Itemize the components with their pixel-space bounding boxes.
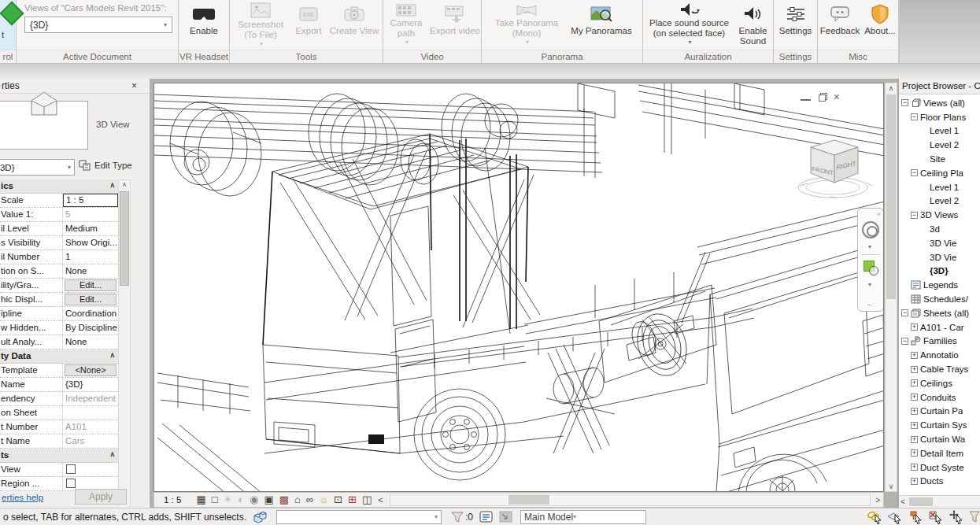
tree-item[interactable]: +Ceilings [899, 376, 980, 390]
tree-item[interactable]: −Families [899, 335, 980, 349]
tree-item[interactable]: +Curtain Pa [899, 405, 980, 419]
tree-item[interactable]: Level 1 [899, 180, 980, 194]
minimize-navbar-icon[interactable]: − [867, 301, 872, 309]
temporary-hide-isolate-icon[interactable]: ∞ [306, 493, 313, 507]
tree-item[interactable]: +Ducts [899, 475, 980, 489]
reveal-hidden-elements-icon[interactable]: ☼ [319, 493, 328, 507]
collapse-node-icon[interactable]: − [901, 338, 908, 345]
reload-latest-icon[interactable] [499, 511, 512, 523]
shadows-icon[interactable]: ◐ [238, 493, 244, 507]
enable-sound-button[interactable]: Enable Sound [734, 0, 772, 47]
collapse-icon[interactable]: ∧ [109, 179, 118, 193]
property-row[interactable]: w Hidden...By Discipline [0, 321, 118, 335]
horizontal-scrollbar[interactable] [390, 494, 871, 506]
property-value[interactable]: Independent [63, 392, 118, 405]
property-edit-button[interactable]: Edit... [65, 294, 116, 305]
visual-style-icon[interactable]: □ [212, 493, 218, 507]
property-row[interactable]: Value 1:5 [0, 208, 118, 222]
property-value[interactable]: Medium [63, 222, 118, 235]
property-section-header[interactable]: ty Data∧ [0, 349, 118, 364]
expand-control-bar-icon[interactable]: < [378, 495, 383, 505]
expand-node-icon[interactable]: + [911, 408, 918, 415]
expand-node-icon[interactable]: + [911, 449, 918, 457]
crop-region-icon[interactable]: ▩ [279, 493, 289, 507]
tree-item[interactable]: 3D Vie [899, 236, 980, 250]
tree-item[interactable]: +Conduits [899, 390, 980, 405]
tree-item[interactable]: +Duct Syste [899, 460, 980, 475]
camera-path-button[interactable]: Camera path ▾ [383, 0, 429, 47]
property-row[interactable]: ult Analy...None [0, 335, 118, 349]
property-value[interactable]: 5 [63, 208, 118, 221]
tree-item[interactable]: +Detail Item [899, 446, 980, 460]
select-underlay-toggle[interactable] [887, 510, 904, 524]
property-section-header[interactable]: ics∧ [0, 179, 118, 194]
tree-item[interactable]: −Ceiling Pla [899, 166, 980, 180]
property-value[interactable]: {3D} [63, 378, 118, 391]
property-value[interactable]: None [63, 264, 118, 278]
take-panorama-button[interactable]: Take Panorama (Mono) ▾ [487, 0, 566, 47]
tree-item[interactable]: Legends [899, 278, 980, 292]
collapse-node-icon[interactable]: − [911, 169, 918, 176]
close-icon[interactable]: × [834, 93, 840, 102]
expand-node-icon[interactable]: + [911, 394, 918, 401]
properties-help-link[interactable]: erties help [2, 493, 43, 502]
tree-item[interactable]: −Sheets (all) [899, 306, 980, 320]
expand-node-icon[interactable]: + [911, 464, 918, 471]
collapse-icon[interactable]: ∧ [109, 449, 118, 462]
view-scale-button[interactable]: 1 : 5 [164, 495, 181, 505]
property-value[interactable]: 1 : 5 [63, 194, 118, 207]
select-links-toggle[interactable] [867, 510, 883, 524]
scroll-up-icon[interactable]: ∧ [119, 181, 130, 188]
property-row[interactable]: hic Displ...Edit... [0, 293, 118, 307]
expand-node-icon[interactable]: + [911, 352, 918, 359]
restore-icon[interactable] [819, 94, 826, 102]
zoom-region-icon[interactable] [864, 261, 875, 272]
view-type-selector[interactable]: ew: {3D} ▾ [0, 159, 75, 176]
scrollbar-thumb[interactable] [909, 497, 933, 506]
property-row[interactable]: View [0, 463, 118, 477]
collapse-node-icon[interactable]: − [901, 99, 908, 106]
scrollbar-thumb[interactable] [120, 191, 129, 286]
collapse-node-icon[interactable]: − [911, 212, 918, 219]
property-row[interactable]: Template<None> [0, 364, 118, 378]
create-view-button[interactable]: Create View [327, 0, 382, 47]
tree-item[interactable]: Level 2 [899, 138, 980, 152]
property-row[interactable]: Name{3D} [0, 378, 118, 392]
select-elements-by-face-toggle[interactable] [928, 510, 945, 524]
viewcube[interactable]: FRONT RIGHT [793, 135, 875, 205]
property-checkbox[interactable] [66, 464, 76, 474]
property-row[interactable]: tion on S...None [0, 264, 118, 279]
scroll-right-icon[interactable]: > [872, 496, 883, 505]
sun-path-icon[interactable]: ☀ [224, 493, 233, 507]
scrollbar-thumb[interactable] [508, 495, 549, 505]
property-value[interactable]: None [63, 335, 118, 349]
scroll-left-icon[interactable]: < [899, 497, 907, 506]
property-value[interactable] [63, 406, 118, 420]
tree-item[interactable]: −Views (all) [899, 96, 980, 110]
crop-view-icon[interactable]: ▣ [264, 493, 273, 507]
selection-filter[interactable]: :0 [451, 512, 473, 523]
filter-toggle[interactable] [969, 510, 980, 524]
collapse-node-icon[interactable]: − [901, 309, 908, 316]
tree-item[interactable]: {3D} [899, 264, 980, 279]
property-value[interactable]: Show Origi... [63, 236, 118, 250]
tree-item[interactable]: −3D Views [899, 208, 980, 222]
collapse-icon[interactable]: ∧ [109, 349, 118, 363]
my-panoramas-button[interactable]: My Panoramas [566, 0, 637, 47]
property-section-header[interactable]: ts∧ [0, 449, 118, 463]
property-value[interactable]: By Discipline [63, 321, 118, 335]
settings-button[interactable]: Settings [775, 0, 817, 47]
design-option-dropdown[interactable]: Main Model ▾ [520, 510, 646, 524]
property-row[interactable]: t NameCars [0, 434, 118, 449]
tree-item[interactable]: Level 1 [899, 124, 980, 139]
tree-item[interactable]: +A101 - Car [899, 320, 980, 335]
rendering-dialog-icon[interactable]: ◉ [250, 493, 258, 507]
tree-item[interactable]: Level 2 [899, 194, 980, 209]
feedback-button[interactable]: Feedback [818, 0, 862, 47]
property-edit-button[interactable]: Edit... [65, 279, 116, 291]
lock-3d-view-icon[interactable]: ⌂ [294, 493, 301, 507]
close-icon[interactable]: × [131, 80, 137, 91]
expand-node-icon[interactable]: + [911, 478, 918, 485]
expand-node-icon[interactable]: + [911, 379, 918, 386]
tree-item[interactable]: Site [899, 152, 980, 166]
